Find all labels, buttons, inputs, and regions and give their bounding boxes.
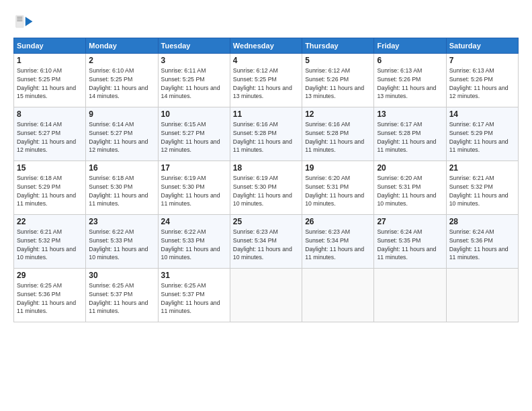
day-number: 27 [377, 217, 443, 226]
calendar-cell: 18 Sunrise: 6:19 AM Sunset: 5:30 PM Dayl… [230, 161, 302, 215]
day-number: 9 [89, 109, 154, 119]
day-number: 18 [233, 163, 299, 173]
day-number: 4 [233, 56, 299, 65]
day-number: 10 [161, 109, 227, 119]
day-info: Sunrise: 6:16 AM Sunset: 5:28 PM Dayligh… [233, 120, 299, 154]
calendar-week-row: 15 Sunrise: 6:18 AM Sunset: 5:29 PM Dayl… [14, 161, 519, 215]
day-info: Sunrise: 6:18 AM Sunset: 5:29 PM Dayligh… [17, 174, 83, 208]
day-info: Sunrise: 6:13 AM Sunset: 5:26 PM Dayligh… [377, 66, 443, 101]
calendar-cell: 16 Sunrise: 6:18 AM Sunset: 5:30 PM Dayl… [86, 161, 158, 215]
calendar-week-row: 8 Sunrise: 6:14 AM Sunset: 5:27 PM Dayli… [14, 107, 519, 161]
day-number: 14 [449, 109, 515, 119]
calendar-cell: 6 Sunrise: 6:13 AM Sunset: 5:26 PM Dayli… [374, 54, 446, 107]
calendar-cell: 28 Sunrise: 6:24 AM Sunset: 5:36 PM Dayl… [446, 215, 518, 269]
day-info: Sunrise: 6:23 AM Sunset: 5:34 PM Dayligh… [305, 228, 371, 262]
calendar-cell: 10 Sunrise: 6:15 AM Sunset: 5:27 PM Dayl… [158, 107, 230, 161]
col-header-tuesday: Tuesday [158, 38, 230, 54]
calendar-cell: 23 Sunrise: 6:22 AM Sunset: 5:33 PM Dayl… [86, 215, 158, 269]
day-number: 8 [17, 109, 83, 119]
day-number: 7 [449, 56, 515, 65]
day-info: Sunrise: 6:20 AM Sunset: 5:31 PM Dayligh… [305, 174, 371, 208]
svg-rect-2 [17, 17, 22, 17]
col-header-friday: Friday [374, 38, 446, 54]
calendar-header-row: SundayMondayTuesdayWednesdayThursdayFrid… [14, 38, 519, 54]
day-info: Sunrise: 6:19 AM Sunset: 5:30 PM Dayligh… [233, 174, 299, 208]
day-info: Sunrise: 6:22 AM Sunset: 5:33 PM Dayligh… [89, 228, 154, 262]
calendar-cell: 24 Sunrise: 6:22 AM Sunset: 5:33 PM Dayl… [158, 215, 230, 269]
col-header-sunday: Sunday [14, 38, 86, 54]
calendar-cell: 7 Sunrise: 6:13 AM Sunset: 5:26 PM Dayli… [446, 54, 518, 107]
calendar-cell [302, 269, 374, 322]
day-info: Sunrise: 6:21 AM Sunset: 5:32 PM Dayligh… [17, 228, 83, 262]
calendar-cell: 20 Sunrise: 6:20 AM Sunset: 5:31 PM Dayl… [374, 161, 446, 215]
calendar-cell: 1 Sunrise: 6:10 AM Sunset: 5:25 PM Dayli… [14, 54, 86, 107]
day-number: 21 [449, 163, 515, 173]
day-number: 3 [161, 56, 227, 65]
calendar-cell: 25 Sunrise: 6:23 AM Sunset: 5:34 PM Dayl… [230, 215, 302, 269]
day-info: Sunrise: 6:24 AM Sunset: 5:35 PM Dayligh… [377, 228, 443, 262]
calendar-week-row: 1 Sunrise: 6:10 AM Sunset: 5:25 PM Dayli… [14, 54, 519, 107]
calendar-cell: 27 Sunrise: 6:24 AM Sunset: 5:35 PM Dayl… [374, 215, 446, 269]
day-info: Sunrise: 6:14 AM Sunset: 5:27 PM Dayligh… [89, 120, 154, 154]
day-number: 2 [89, 56, 154, 65]
day-number: 19 [305, 163, 371, 173]
svg-rect-3 [17, 19, 22, 19]
day-info: Sunrise: 6:25 AM Sunset: 5:37 PM Dayligh… [161, 281, 227, 316]
calendar-cell: 29 Sunrise: 6:25 AM Sunset: 5:36 PM Dayl… [14, 269, 86, 322]
calendar-cell: 3 Sunrise: 6:11 AM Sunset: 5:25 PM Dayli… [158, 54, 230, 107]
day-info: Sunrise: 6:25 AM Sunset: 5:36 PM Dayligh… [17, 281, 83, 316]
day-info: Sunrise: 6:24 AM Sunset: 5:36 PM Dayligh… [449, 228, 515, 262]
page: SundayMondayTuesdayWednesdayThursdayFrid… [0, 0, 532, 411]
day-info: Sunrise: 6:18 AM Sunset: 5:30 PM Dayligh… [89, 174, 154, 208]
calendar-cell: 13 Sunrise: 6:17 AM Sunset: 5:28 PM Dayl… [374, 107, 446, 161]
day-number: 28 [449, 217, 515, 226]
day-number: 29 [17, 271, 83, 280]
calendar-cell [374, 269, 446, 322]
day-number: 15 [17, 163, 83, 173]
calendar-cell: 15 Sunrise: 6:18 AM Sunset: 5:29 PM Dayl… [14, 161, 86, 215]
col-header-monday: Monday [86, 38, 158, 54]
day-number: 26 [305, 217, 371, 226]
day-info: Sunrise: 6:22 AM Sunset: 5:33 PM Dayligh… [161, 228, 227, 262]
day-info: Sunrise: 6:13 AM Sunset: 5:26 PM Dayligh… [449, 66, 515, 101]
day-info: Sunrise: 6:17 AM Sunset: 5:28 PM Dayligh… [377, 120, 443, 154]
col-header-wednesday: Wednesday [230, 38, 302, 54]
calendar-cell: 22 Sunrise: 6:21 AM Sunset: 5:32 PM Dayl… [14, 215, 86, 269]
day-number: 22 [17, 217, 83, 226]
day-info: Sunrise: 6:10 AM Sunset: 5:25 PM Dayligh… [17, 66, 83, 101]
col-header-saturday: Saturday [446, 38, 518, 54]
day-number: 6 [377, 56, 443, 65]
day-info: Sunrise: 6:25 AM Sunset: 5:37 PM Dayligh… [89, 281, 154, 316]
calendar-cell: 14 Sunrise: 6:17 AM Sunset: 5:29 PM Dayl… [446, 107, 518, 161]
day-number: 20 [377, 163, 443, 173]
calendar-week-row: 29 Sunrise: 6:25 AM Sunset: 5:36 PM Dayl… [14, 269, 519, 322]
day-info: Sunrise: 6:12 AM Sunset: 5:26 PM Dayligh… [305, 66, 371, 101]
calendar-cell: 31 Sunrise: 6:25 AM Sunset: 5:37 PM Dayl… [158, 269, 230, 322]
calendar-cell: 11 Sunrise: 6:16 AM Sunset: 5:28 PM Dayl… [230, 107, 302, 161]
calendar-cell: 12 Sunrise: 6:16 AM Sunset: 5:28 PM Dayl… [302, 107, 374, 161]
day-info: Sunrise: 6:12 AM Sunset: 5:25 PM Dayligh… [233, 66, 299, 101]
day-number: 30 [89, 271, 154, 280]
calendar-cell: 2 Sunrise: 6:10 AM Sunset: 5:25 PM Dayli… [86, 54, 158, 107]
day-number: 16 [89, 163, 154, 173]
calendar-cell: 17 Sunrise: 6:19 AM Sunset: 5:30 PM Dayl… [158, 161, 230, 215]
calendar-cell: 5 Sunrise: 6:12 AM Sunset: 5:26 PM Dayli… [302, 54, 374, 107]
day-info: Sunrise: 6:16 AM Sunset: 5:28 PM Dayligh… [305, 120, 371, 154]
calendar-cell [446, 269, 518, 322]
logo [13, 11, 38, 32]
day-info: Sunrise: 6:15 AM Sunset: 5:27 PM Dayligh… [161, 120, 227, 154]
day-number: 25 [233, 217, 299, 226]
calendar-cell: 9 Sunrise: 6:14 AM Sunset: 5:27 PM Dayli… [86, 107, 158, 161]
calendar-table: SundayMondayTuesdayWednesdayThursdayFrid… [13, 38, 519, 322]
day-info: Sunrise: 6:21 AM Sunset: 5:32 PM Dayligh… [449, 174, 515, 208]
calendar-cell: 21 Sunrise: 6:21 AM Sunset: 5:32 PM Dayl… [446, 161, 518, 215]
day-info: Sunrise: 6:23 AM Sunset: 5:34 PM Dayligh… [233, 228, 299, 262]
day-number: 24 [161, 217, 227, 226]
calendar-cell: 30 Sunrise: 6:25 AM Sunset: 5:37 PM Dayl… [86, 269, 158, 322]
day-number: 13 [377, 109, 443, 119]
day-info: Sunrise: 6:19 AM Sunset: 5:30 PM Dayligh… [161, 174, 227, 208]
day-info: Sunrise: 6:10 AM Sunset: 5:25 PM Dayligh… [89, 66, 154, 101]
col-header-thursday: Thursday [302, 38, 374, 54]
calendar-cell: 19 Sunrise: 6:20 AM Sunset: 5:31 PM Dayl… [302, 161, 374, 215]
day-number: 11 [233, 109, 299, 119]
